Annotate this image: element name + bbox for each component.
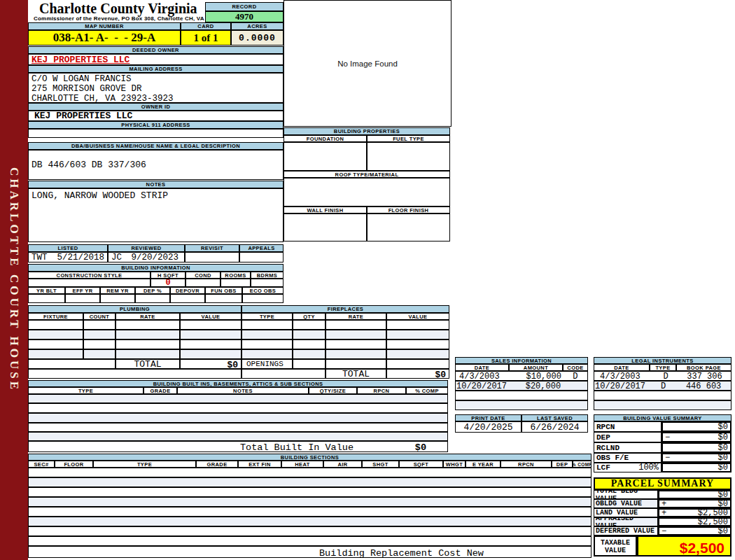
floor-finish-value[interactable]	[367, 214, 450, 241]
parcel-value: $2,500	[698, 508, 728, 517]
card-value[interactable]: 1 of 1	[181, 30, 231, 46]
table-row[interactable]	[28, 526, 592, 536]
table-row[interactable]	[326, 330, 386, 340]
table-row[interactable]	[115, 340, 180, 349]
fuel-type-value[interactable]	[367, 142, 450, 171]
record-number[interactable]: 4970	[205, 11, 284, 22]
table-row[interactable]	[28, 423, 448, 432]
dba-value[interactable]: DB 446/603 DB 337/306	[28, 150, 284, 180]
table-row[interactable]	[386, 320, 449, 330]
table-row[interactable]	[28, 487, 592, 497]
table-row[interactable]	[326, 340, 386, 349]
wall-finish-value[interactable]	[284, 214, 367, 241]
table-row[interactable]	[28, 477, 592, 487]
table-row[interactable]	[28, 320, 83, 330]
table-row[interactable]	[28, 468, 592, 477]
map-number-value[interactable]: 038-A1- A- - - 29-A	[28, 30, 181, 46]
table-row[interactable]	[180, 320, 241, 330]
table-row[interactable]	[326, 320, 386, 330]
table-row[interactable]	[28, 340, 83, 349]
built-ins-grade-label: GRADE	[144, 387, 177, 394]
depovr-value[interactable]	[170, 294, 205, 303]
table-row[interactable]	[293, 320, 326, 330]
foundation-value[interactable]	[284, 142, 367, 171]
table-row[interactable]	[115, 320, 180, 330]
physical-address-value[interactable]	[28, 129, 284, 138]
eco-obs-value[interactable]	[242, 294, 284, 303]
table-row[interactable]	[241, 349, 293, 359]
table-row[interactable]	[28, 507, 592, 517]
parcel-value: $0	[718, 490, 728, 499]
owner-id-value[interactable]: KEJ PROPERTIES LLC	[28, 111, 284, 121]
fireplaces-openings-value[interactable]	[386, 359, 449, 369]
table-row[interactable]	[28, 536, 592, 546]
commissioner-line: Commissioner of the Revenue, PO Box 308,…	[34, 15, 205, 22]
dep-pct-value[interactable]	[135, 294, 170, 303]
mailing-address-box[interactable]: C/O W LOGAN FRANCIS 275 MORRISON GROVE D…	[28, 73, 284, 103]
table-row[interactable]	[180, 330, 241, 340]
fireplaces-rate-label: RATE	[326, 313, 386, 320]
acres-value[interactable]: 0.0000	[231, 30, 284, 46]
floor-finish-label: FLOOR FINISH	[367, 206, 450, 214]
table-row[interactable]	[83, 349, 115, 359]
legal-row[interactable]: 10/20/2017 D 446 603	[594, 381, 732, 391]
table-row[interactable]	[180, 340, 241, 349]
table-row[interactable]	[115, 330, 180, 340]
property-image-box[interactable]: No Image Found	[284, 0, 451, 127]
county-banner-title: CHARLOTTE COURT HOUSE	[7, 167, 21, 392]
parcel-label: TOTAL BLDG VALUE	[594, 490, 658, 499]
fireplaces-openings-rate[interactable]	[326, 359, 386, 369]
table-row[interactable]	[83, 340, 115, 349]
bvs-value: $0	[718, 453, 728, 463]
table-row[interactable]	[293, 330, 326, 340]
rem-yr-value[interactable]	[100, 294, 135, 303]
sales-row[interactable]	[455, 400, 588, 410]
reviewed-value[interactable]: JC 9/20/2023	[108, 252, 185, 262]
table-row[interactable]	[28, 349, 83, 359]
fun-obs-value[interactable]	[205, 294, 242, 303]
yr-blt-value[interactable]	[28, 294, 65, 303]
table-row[interactable]	[115, 349, 180, 359]
revisit-value[interactable]	[185, 252, 239, 262]
h-sqft-value[interactable]: 0	[150, 279, 186, 287]
bdrms-value[interactable]	[251, 279, 284, 287]
table-row[interactable]	[386, 330, 449, 340]
table-row[interactable]	[28, 432, 448, 441]
legal-row[interactable]: 4/3/2003 D 337 306	[594, 371, 732, 381]
table-row[interactable]	[28, 403, 448, 413]
table-row[interactable]	[293, 349, 326, 359]
cond-value[interactable]	[186, 279, 220, 287]
table-row[interactable]	[241, 320, 293, 330]
eff-yr-label: EFF YR	[65, 287, 100, 294]
table-row[interactable]	[28, 413, 448, 423]
sales-row[interactable]: 10/20/2017 $20,000	[455, 381, 588, 391]
table-row[interactable]	[326, 349, 386, 359]
construction-style-value[interactable]	[28, 279, 150, 287]
bvs-value: $0	[718, 422, 728, 432]
rooms-value[interactable]	[220, 279, 251, 287]
table-row[interactable]	[83, 330, 115, 340]
eff-yr-value[interactable]	[65, 294, 100, 303]
table-row[interactable]	[28, 497, 592, 507]
sales-row[interactable]: 4/3/2003 $10,000 D	[455, 371, 588, 381]
table-row[interactable]	[293, 340, 326, 349]
fireplaces-openings-qty[interactable]	[293, 359, 326, 369]
table-row[interactable]	[28, 330, 83, 340]
sales-row[interactable]	[455, 391, 588, 400]
table-row[interactable]	[28, 394, 448, 403]
appeals-value[interactable]	[239, 252, 284, 262]
notes-value[interactable]: LONG, NARROW WOODED STRIP	[28, 188, 284, 242]
table-row[interactable]	[28, 517, 592, 526]
table-row[interactable]	[386, 340, 449, 349]
legal-row[interactable]	[594, 400, 732, 410]
legal-type: D	[650, 382, 676, 390]
table-row[interactable]	[241, 340, 293, 349]
listed-value[interactable]: TWT 5/21/2018	[28, 252, 108, 262]
legal-row[interactable]	[594, 391, 732, 400]
roof-type-value[interactable]	[284, 178, 450, 206]
table-row[interactable]	[83, 320, 115, 330]
table-row[interactable]	[241, 330, 293, 340]
table-row[interactable]	[386, 349, 449, 359]
table-row[interactable]	[180, 349, 241, 359]
deeded-owner-value[interactable]: KEJ PROPERTIES LLC	[31, 55, 130, 65]
